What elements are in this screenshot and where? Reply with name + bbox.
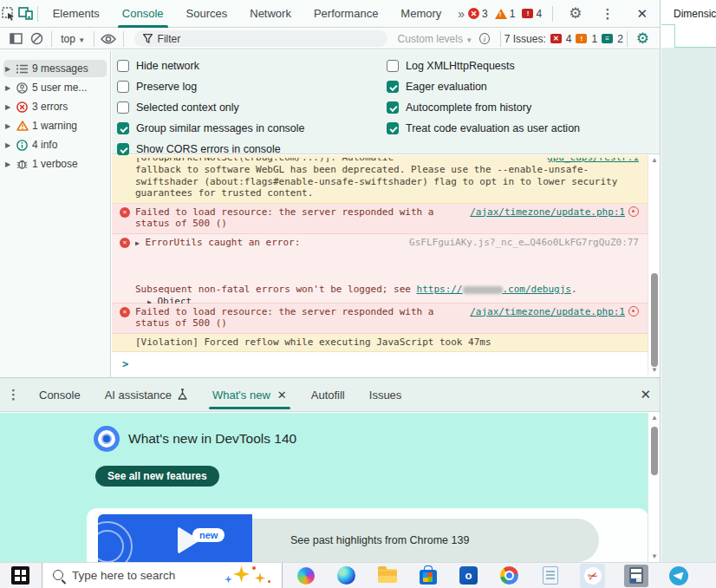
checkbox[interactable] bbox=[117, 81, 129, 93]
snipping-tool-icon[interactable]: ✂ bbox=[580, 564, 605, 588]
live-expression-eye-icon[interactable] bbox=[98, 28, 120, 50]
telegram-icon[interactable] bbox=[667, 565, 689, 586]
close-devtools-icon[interactable]: ✕ bbox=[628, 6, 656, 22]
warnings-badge[interactable]: 1 bbox=[495, 8, 516, 20]
sidebar-item-verbose[interactable]: ▶ 1 verbose bbox=[3, 155, 107, 173]
chevron-right-icon[interactable]: ▶ bbox=[5, 122, 12, 130]
past-highlights-link[interactable]: See past highlights from Chrome 139 bbox=[252, 519, 599, 562]
tab-sources[interactable]: Sources bbox=[175, 0, 239, 28]
issues-counter[interactable]: 7 Issues: ✕4 !1 ≡2 bbox=[504, 33, 623, 45]
console-error-errorutils[interactable]: ✕ ▶ ErrorUtils caught an error: GsFLFgui… bbox=[112, 234, 648, 304]
chevron-right-icon[interactable]: ▶ bbox=[5, 141, 12, 149]
checkbox[interactable] bbox=[117, 101, 129, 114]
tab-performance[interactable]: Performance bbox=[303, 0, 389, 28]
device-toolbar-icon[interactable] bbox=[16, 3, 33, 25]
scroll-up-icon[interactable]: ▲ bbox=[648, 155, 661, 166]
close-tab-icon[interactable]: ✕ bbox=[277, 389, 287, 402]
console-settings-gear-icon[interactable]: ⚙ bbox=[631, 31, 654, 46]
chrome-icon[interactable] bbox=[498, 565, 520, 586]
console-error-load-1[interactable]: ✕ Failed to load resource: the server re… bbox=[112, 204, 648, 234]
console-error-load-2[interactable]: ✕ Failed to load resource: the server re… bbox=[112, 304, 648, 334]
scroll-down-icon[interactable]: ▼ bbox=[648, 365, 661, 376]
related-issue-icon[interactable] bbox=[628, 306, 639, 317]
checkbox[interactable] bbox=[387, 60, 399, 72]
start-button[interactable] bbox=[11, 566, 29, 585]
chevron-right-icon[interactable]: ▶ bbox=[5, 65, 12, 73]
setting-group-similar[interactable]: Group similar messages in console bbox=[117, 118, 387, 139]
issues-badge[interactable]: ! 4 bbox=[522, 8, 542, 20]
search-highlights-icon[interactable] bbox=[223, 565, 275, 587]
drawer-menu-icon[interactable]: ⋮ bbox=[0, 387, 27, 402]
scrollbar-thumb[interactable] bbox=[651, 427, 658, 475]
chevron-right-icon[interactable]: ▶ bbox=[5, 160, 12, 168]
scroll-up-icon[interactable]: ▲ bbox=[648, 413, 661, 423]
sidebar-item-messages[interactable]: ▶ 9 messages bbox=[3, 60, 107, 77]
edge-icon[interactable] bbox=[335, 565, 357, 586]
console-prompt[interactable]: > bbox=[112, 352, 648, 371]
sidebar-item-errors[interactable]: ▶ 3 errors bbox=[3, 98, 107, 115]
chevron-right-icon[interactable]: ▶ bbox=[5, 84, 12, 92]
tab-memory[interactable]: Memory bbox=[389, 0, 452, 28]
checkbox[interactable] bbox=[117, 122, 129, 134]
dock-sidebar-icon[interactable] bbox=[5, 28, 27, 50]
setting-eager-eval[interactable]: Eager evaluation bbox=[387, 76, 656, 97]
related-issue-icon[interactable] bbox=[628, 206, 639, 217]
setting-preserve-log[interactable]: Preserve log bbox=[117, 76, 387, 97]
setting-user-action[interactable]: Treat code evaluation as user action bbox=[387, 118, 656, 139]
setting-selected-context[interactable]: Selected context only bbox=[117, 97, 387, 118]
checkbox[interactable] bbox=[117, 143, 129, 155]
dimensions-label[interactable]: Dimensic bbox=[674, 8, 716, 20]
debug-link[interactable]: https://.com/debugjs bbox=[417, 284, 571, 295]
sidebar-item-user-messages[interactable]: ▶ 5 user me... bbox=[3, 79, 107, 96]
taskbar-search-input[interactable]: Type here to search bbox=[42, 563, 283, 588]
drawer-tab-whats-new[interactable]: What's new ✕ bbox=[200, 377, 299, 412]
microsoft-store-icon[interactable] bbox=[417, 565, 439, 586]
source-link[interactable]: /ajax/timezone/update.php:1 bbox=[470, 206, 625, 219]
log-levels-selector[interactable]: Custom levels ▼ bbox=[398, 33, 473, 45]
console-warning-webgl[interactable]: [GroupMarkerNotSet(crbug.com/...)]: Auto… bbox=[112, 155, 648, 204]
scroll-down-icon[interactable]: ▼ bbox=[648, 552, 661, 562]
calculator-icon[interactable] bbox=[624, 565, 648, 587]
whats-new-scrollbar[interactable]: ▲ ▼ bbox=[648, 413, 660, 562]
checkbox[interactable] bbox=[387, 81, 399, 93]
checkbox[interactable] bbox=[387, 101, 399, 114]
copilot-icon[interactable] bbox=[295, 565, 316, 586]
context-selector[interactable]: top ▼ bbox=[55, 33, 90, 45]
inspect-element-icon[interactable] bbox=[0, 3, 16, 25]
see-all-features-button[interactable]: See all new features bbox=[95, 466, 219, 487]
menu-dots-icon[interactable]: ⋮ bbox=[594, 6, 621, 22]
sidebar-item-warnings[interactable]: ▶ 1 warning bbox=[3, 117, 107, 134]
filter-input[interactable]: Filter bbox=[134, 30, 387, 47]
video-thumbnail[interactable] bbox=[98, 514, 252, 562]
checkbox[interactable] bbox=[117, 60, 129, 72]
drawer-tab-issues[interactable]: Issues bbox=[357, 377, 414, 412]
outlook-icon[interactable]: o bbox=[458, 565, 479, 586]
scrollbar-thumb[interactable] bbox=[651, 273, 658, 367]
drawer-tab-console[interactable]: Console bbox=[27, 377, 93, 412]
errors-badge[interactable]: ✕ 3 bbox=[468, 8, 488, 20]
drawer-tab-ai-assistance[interactable]: AI assistance bbox=[93, 377, 200, 412]
tab-elements[interactable]: Elements bbox=[42, 0, 111, 28]
expand-triangle-icon[interactable]: ▶ bbox=[135, 239, 140, 247]
list-icon bbox=[16, 64, 29, 74]
file-explorer-icon[interactable] bbox=[376, 565, 398, 586]
source-text[interactable]: GsFLFguiAKy.js?_nc_e…Q46o0LkFG7rgQuZ0:77 bbox=[409, 237, 639, 249]
info-icon[interactable]: i bbox=[479, 33, 490, 44]
setting-hide-network[interactable]: Hide network bbox=[117, 56, 387, 76]
console-violation[interactable]: [Violation] Forced reflow while executin… bbox=[112, 334, 648, 353]
close-drawer-icon[interactable]: ✕ bbox=[631, 387, 660, 402]
console-scrollbar[interactable]: ▲ ▼ bbox=[648, 155, 660, 376]
setting-autocomplete-history[interactable]: Autocomplete from history bbox=[387, 97, 656, 118]
sidebar-item-info[interactable]: ▶ 4 info bbox=[3, 136, 107, 154]
clear-console-icon[interactable] bbox=[27, 28, 49, 50]
settings-gear-icon[interactable]: ⚙ bbox=[563, 6, 587, 21]
source-link[interactable]: /ajax/timezone/update.php:1 bbox=[470, 306, 625, 318]
notepad-icon[interactable] bbox=[539, 565, 561, 586]
checkbox[interactable] bbox=[387, 122, 399, 134]
more-tabs-icon[interactable]: » bbox=[452, 7, 468, 21]
tab-console[interactable]: Console bbox=[111, 0, 175, 28]
chevron-right-icon[interactable]: ▶ bbox=[5, 103, 12, 111]
drawer-tab-autofill[interactable]: Autofill bbox=[299, 377, 357, 412]
tab-network[interactable]: Network bbox=[238, 0, 303, 28]
setting-log-xhr[interactable]: Log XMLHttpRequests bbox=[387, 56, 656, 76]
